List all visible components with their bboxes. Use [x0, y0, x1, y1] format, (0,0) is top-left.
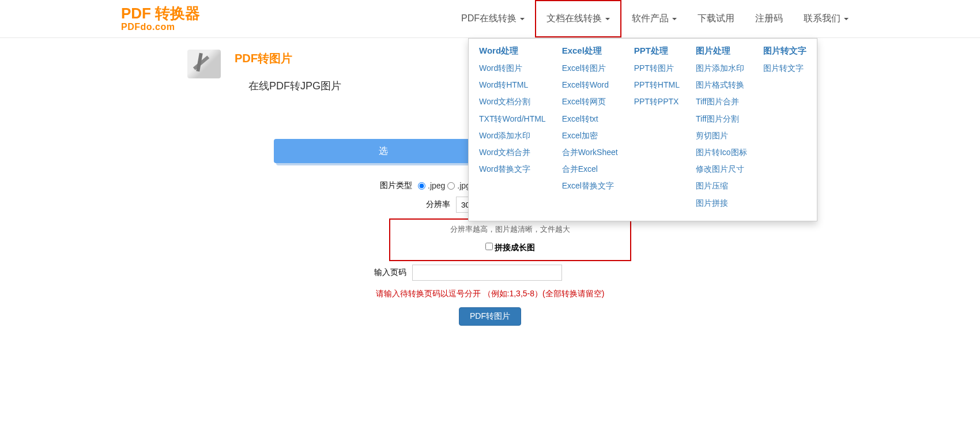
- mega-item[interactable]: Excel转txt: [562, 112, 618, 126]
- upload-button[interactable]: 选: [274, 139, 493, 163]
- tool-icon: [187, 50, 221, 78]
- mega-item[interactable]: TXT转Word/HTML: [479, 112, 546, 126]
- nav-item-contact[interactable]: 联系我们: [793, 0, 859, 37]
- mega-col: PPT处理PPT转图片PPT转HTMLPPT转PPTX: [634, 46, 680, 210]
- page-input-label: 输入页码: [187, 267, 412, 278]
- mega-item[interactable]: PPT转PPTX: [634, 95, 680, 109]
- mega-item[interactable]: 合并Excel: [562, 162, 618, 176]
- nav-label: 注册码: [755, 13, 783, 25]
- mega-item[interactable]: PPT转HTML: [634, 78, 680, 92]
- mega-item[interactable]: Excel转Word: [562, 78, 618, 92]
- mega-item[interactable]: Tiff图片分割: [696, 112, 747, 126]
- nav-item-register[interactable]: 注册码: [745, 0, 793, 37]
- stitch-checkbox[interactable]: [485, 243, 493, 250]
- mega-item[interactable]: 图片转Ico图标: [696, 145, 747, 160]
- mega-header: Word处理: [479, 46, 546, 56]
- mega-header: 图片处理: [696, 46, 747, 56]
- mega-item[interactable]: Word添加水印: [479, 129, 546, 143]
- mega-header: 图片转文字: [763, 46, 806, 56]
- page-subtitle: 在线PDF转JPG图片: [248, 79, 341, 93]
- chevron-down-icon: [520, 18, 525, 20]
- mega-col: 图片转文字图片转文字: [763, 46, 806, 210]
- mega-col: Word处理Word转图片Word转HTMLWord文档分割TXT转Word/H…: [479, 46, 546, 210]
- stitch-row: 拼接成长图: [390, 243, 630, 253]
- nav-label: PDF在线转换: [461, 13, 517, 25]
- mega-item[interactable]: 图片压缩: [696, 179, 747, 193]
- mega-item[interactable]: Word替换文字: [479, 162, 546, 176]
- mega-col: 图片处理图片添加水印图片格式转换Tiff图片合并Tiff图片分割剪切图片图片转I…: [696, 46, 747, 210]
- radio-jpeg[interactable]: [418, 182, 425, 190]
- mega-menu: Word处理Word转图片Word转HTMLWord文档分割TXT转Word/H…: [468, 38, 817, 221]
- nav-container: PDF 转换器 PDFdo.com PDF在线转换 文档在线转换 软件产品 下载…: [121, 0, 859, 37]
- mega-header: Excel处理: [562, 46, 618, 56]
- nav-label: 下载试用: [698, 13, 734, 25]
- mega-item[interactable]: 图片添加水印: [696, 61, 747, 76]
- page-number-input[interactable]: [412, 265, 562, 281]
- nav-item-software[interactable]: 软件产品: [621, 0, 687, 37]
- resolution-hint: 分辨率越高，图片越清晰，文件越大: [390, 224, 630, 235]
- nav-item-download[interactable]: 下载试用: [687, 0, 745, 37]
- mega-item[interactable]: 剪切图片: [696, 129, 747, 143]
- nav-item-doc-online[interactable]: 文档在线转换: [535, 0, 621, 37]
- mega-header: PPT处理: [634, 46, 680, 56]
- mega-item[interactable]: 图片拼接: [696, 196, 747, 210]
- mega-item[interactable]: 修改图片尺寸: [696, 162, 747, 176]
- image-type-label: 图片类型: [187, 180, 418, 191]
- mega-col: Excel处理Excel转图片Excel转WordExcel转网页Excel转t…: [562, 46, 618, 210]
- mega-item[interactable]: 图片格式转换: [696, 78, 747, 92]
- mega-item[interactable]: Excel加密: [562, 129, 618, 143]
- page-title: PDF转图片: [235, 51, 341, 66]
- highlight-box: 分辨率越高，图片越清晰，文件越大 拼接成长图: [389, 218, 631, 261]
- mega-item[interactable]: Word转HTML: [479, 78, 546, 92]
- page-input-row: 输入页码: [187, 265, 793, 281]
- chevron-down-icon: [605, 18, 610, 20]
- mega-item[interactable]: Word文档分割: [479, 95, 546, 109]
- nav-menu: PDF在线转换 文档在线转换 软件产品 下载试用 注册码 联系我们: [451, 0, 859, 37]
- page-hint: 请输入待转换页码以逗号分开 （例如:1,3,5-8）(全部转换请留空): [187, 289, 793, 299]
- mega-item[interactable]: Tiff图片合并: [696, 95, 747, 109]
- nav-item-pdf-online[interactable]: PDF在线转换: [451, 0, 535, 37]
- mega-item[interactable]: Word转图片: [479, 61, 546, 76]
- mega-item[interactable]: Excel转图片: [562, 61, 618, 76]
- mega-item[interactable]: 合并WorkSheet: [562, 145, 618, 160]
- resolution-label: 分辨率: [187, 199, 456, 210]
- stitch-label: 拼接成长图: [495, 243, 535, 252]
- mega-item[interactable]: 图片转文字: [763, 61, 806, 76]
- logo[interactable]: PDF 转换器 PDFdo.com: [121, 5, 200, 32]
- mega-item[interactable]: Excel替换文字: [562, 179, 618, 193]
- submit-button[interactable]: PDF转图片: [459, 307, 521, 326]
- logo-sub: PDFdo.com: [121, 22, 175, 32]
- nav-label: 软件产品: [632, 13, 669, 25]
- chevron-down-icon: [844, 18, 849, 20]
- radio-jpeg-label: .jpeg: [428, 181, 445, 190]
- radio-jpg[interactable]: [447, 182, 455, 190]
- navbar: PDF 转换器 PDFdo.com PDF在线转换 文档在线转换 软件产品 下载…: [0, 0, 980, 38]
- nav-label: 文档在线转换: [546, 13, 602, 25]
- mega-item[interactable]: PPT转图片: [634, 61, 680, 76]
- chevron-down-icon: [672, 18, 677, 20]
- nav-label: 联系我们: [804, 13, 840, 25]
- mega-item[interactable]: Excel转网页: [562, 95, 618, 109]
- logo-main: PDF 转换器: [121, 5, 200, 22]
- mega-item[interactable]: Word文档合并: [479, 145, 546, 160]
